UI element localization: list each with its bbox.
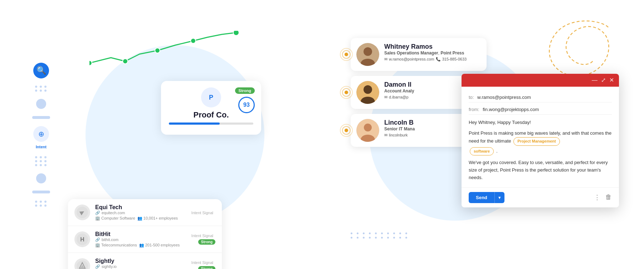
email-popup-footer: Send ▾ ⋮ 🗑 xyxy=(462,187,619,207)
dot-grid-top xyxy=(35,86,47,92)
dot xyxy=(363,237,365,239)
svg-point-14 xyxy=(364,47,372,56)
minimize-button[interactable]: — xyxy=(592,77,597,83)
pm-badge: Project Management xyxy=(513,137,560,146)
email-icon-3: ✉ xyxy=(384,133,387,138)
bithit-signal: Intent Signal Strong xyxy=(191,234,215,245)
proof-card: P Strong Proof Co. 93 xyxy=(161,81,261,135)
email-body: Hey Whitney, Happy Tuesday! Point Press … xyxy=(469,119,612,182)
dot xyxy=(35,164,37,166)
close-button[interactable]: ✕ xyxy=(609,77,614,83)
lincoln-avatar xyxy=(356,119,379,142)
svg-text:H: H xyxy=(80,236,84,242)
svg-point-18 xyxy=(364,85,372,94)
dot xyxy=(387,232,389,234)
left-panel: 🔍 ⊕ Intent xyxy=(21,9,301,260)
trash-icon[interactable]: 🗑 xyxy=(605,193,612,201)
radar-damon xyxy=(340,86,353,99)
trend-chart xyxy=(89,31,240,74)
bithit-meta: 🏢 Telecommunications 👥 201-500 employees xyxy=(95,243,186,248)
sightly-name: Sightly xyxy=(95,258,186,264)
email-from-field: from: fin.wong@projektopps.com xyxy=(469,105,612,115)
dot-grid-bottom xyxy=(35,156,47,166)
send-button[interactable]: Send xyxy=(469,192,494,203)
company-item-sightly[interactable]: Sightly 🔗 sightly.io 🏢 Legal Services 👥 … xyxy=(68,253,222,269)
sidebar-avatar-placeholder-2 xyxy=(36,173,46,183)
dot xyxy=(381,237,383,239)
dot xyxy=(44,90,47,92)
dot xyxy=(35,86,37,88)
contact-item-whitney[interactable]: Whitney Ramos Sales Operations Manager, … xyxy=(351,38,487,71)
lincoln-avatar-img xyxy=(356,119,379,142)
whitney-email: ✉ w.ramos@pointpress.com 📞 315-885-0633 xyxy=(384,57,481,62)
dot xyxy=(35,90,37,92)
bithit-logo: H xyxy=(74,231,90,247)
proof-logo-icon: P xyxy=(205,91,218,104)
sightly-logo xyxy=(74,258,90,269)
sightly-logo-icon xyxy=(76,260,89,269)
more-vert-icon[interactable]: ⋮ xyxy=(594,193,600,201)
dot xyxy=(405,237,407,239)
company-item-equitech[interactable]: Equi Tech 🔗 equitech.com 🏢 Computer Soft… xyxy=(68,199,222,226)
svg-point-3 xyxy=(191,38,196,43)
dot-grid-right xyxy=(351,232,409,239)
dot xyxy=(35,156,37,158)
proof-company-name: Proof Co. xyxy=(194,110,229,120)
radar-lincoln xyxy=(340,124,353,137)
from-label: from: xyxy=(469,107,479,112)
maximize-button[interactable]: ⤢ xyxy=(601,77,606,83)
sidebar-line-1 xyxy=(32,116,50,119)
equitech-signal: Intent Signal xyxy=(191,209,215,216)
email-icon-2: ✉ xyxy=(384,95,387,100)
search-icon-btn[interactable]: 🔍 xyxy=(33,63,49,78)
send-dropdown-button[interactable]: ▾ xyxy=(494,192,504,203)
dot xyxy=(363,232,365,234)
building-icon-2: 🏢 xyxy=(95,243,100,248)
dot xyxy=(399,232,401,234)
bithit-industry: 🏢 Telecommunications xyxy=(95,243,137,248)
intent-icon-btn[interactable]: ⊕ xyxy=(33,126,49,142)
people-icon-2: 👥 xyxy=(139,243,144,248)
dot xyxy=(40,86,42,88)
whitney-title: Sales Operations Manager, Point Press xyxy=(384,51,481,56)
svg-point-1 xyxy=(123,59,128,64)
dot xyxy=(351,232,352,234)
company-list: Equi Tech 🔗 equitech.com 🏢 Computer Soft… xyxy=(68,199,222,269)
bithit-logo-icon: H xyxy=(76,233,89,246)
chevron-down-icon: ▾ xyxy=(498,195,501,200)
whitney-avatar-img xyxy=(356,43,379,66)
proof-score: 93 xyxy=(238,97,255,113)
dot xyxy=(44,160,47,162)
bithit-name: BitHit xyxy=(95,231,186,237)
svg-point-2 xyxy=(155,48,160,53)
email-body-p3: We've got you covered. Easy to use, vers… xyxy=(469,159,612,181)
proof-strong-badge: Strong xyxy=(235,87,255,94)
equitech-info: Equi Tech 🔗 equitech.com 🏢 Computer Soft… xyxy=(95,204,186,221)
sightly-url: 🔗 sightly.io xyxy=(95,264,186,269)
send-button-group: Send ▾ xyxy=(469,192,504,203)
intent-label: Intent xyxy=(36,145,47,149)
sidebar: 🔍 ⊕ Intent xyxy=(32,63,50,207)
dot xyxy=(375,237,377,239)
chart-container xyxy=(89,31,240,74)
sidebar-line-2 xyxy=(32,191,50,193)
company-item-bithit[interactable]: H BitHit 🔗 bithit.com 🏢 Telecommunicatio… xyxy=(68,226,222,253)
dot xyxy=(35,201,37,203)
dot xyxy=(44,156,47,158)
to-label: to: xyxy=(469,95,474,100)
dot xyxy=(40,160,42,162)
whitney-avatar xyxy=(356,43,379,66)
dot xyxy=(44,86,47,88)
email-body-p2: software . xyxy=(469,147,612,156)
building-icon: 🏢 xyxy=(95,216,100,221)
dot xyxy=(357,237,358,239)
link-icon-2: 🔗 xyxy=(95,237,100,242)
email-greeting: Hey Whitney, Happy Tuesday! xyxy=(469,119,612,126)
equitech-name: Equi Tech xyxy=(95,204,186,211)
svg-point-4 xyxy=(233,31,239,35)
dot xyxy=(399,237,401,239)
dot xyxy=(375,232,377,234)
sightly-signal: Intent Signal Strong xyxy=(191,260,215,269)
proof-bar-fill xyxy=(169,123,220,125)
damon-avatar xyxy=(356,81,379,104)
